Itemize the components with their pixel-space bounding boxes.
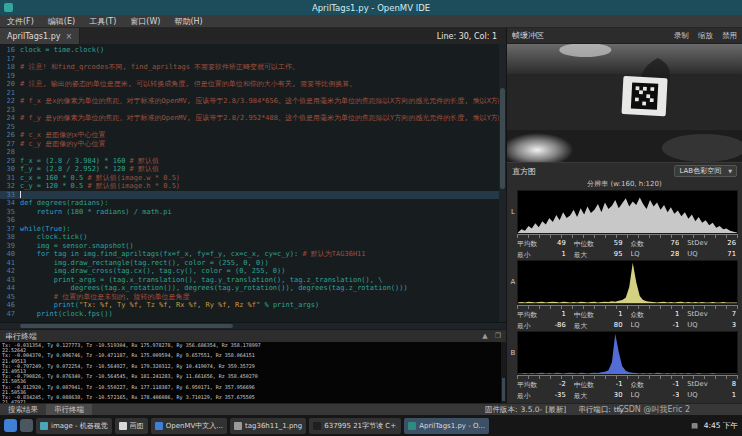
code-line-32[interactable]: 32c_y = 120 * 0.5 # 默认值(image.h * 0.5) xyxy=(0,182,506,191)
code-text: while(True): xyxy=(20,225,506,234)
serial-terminal-output[interactable]: Tx: -0.031354, Ty 0.127773, Tz -10.51930… xyxy=(0,342,506,403)
tab-apriltags1[interactable]: AprilTags1.py × xyxy=(0,28,80,44)
window-titlebar[interactable]: AprilTags1.py - OpenMV IDE xyxy=(0,0,742,15)
tray-menu-icon[interactable]: ▤ xyxy=(691,422,698,430)
histogram-title: 直方图 xyxy=(512,166,536,177)
code-line-38[interactable]: 38 clock.tick() xyxy=(0,233,506,242)
taskbar-item-openmv-ide[interactable]: AprilTags1.py - O... xyxy=(404,418,489,434)
code-line-33[interactable]: 33 xyxy=(0,191,506,200)
side-panel: 帧缓冲区 录制缩放禁用 xyxy=(507,28,742,403)
code-line-41[interactable]: 41 img.draw_rectangle(tag.rect(), color … xyxy=(0,259,506,268)
code-line-21[interactable]: 21 xyxy=(0,89,506,98)
editor-hscroll-thumb[interactable] xyxy=(20,324,233,328)
menu-tools[interactable]: 工具(T) xyxy=(82,15,123,27)
code-line-30[interactable]: 30f_y = (2.8 / 2.952) * 120 # 默认值 xyxy=(0,165,506,174)
terminal-scrollbar[interactable] xyxy=(501,342,506,403)
code-line-34[interactable]: 34def degrees(radians): xyxy=(0,199,506,208)
menu-file[interactable]: 文件(F) xyxy=(0,15,41,27)
code-line-18[interactable]: 18# 注意! 和find_qrcodes不同, find_apriltags … xyxy=(0,63,506,72)
watermark: CSDN @叫我Eric 2 xyxy=(618,404,690,415)
screen: AprilTags1.py - OpenMV IDE 文件(F)编辑(E)工具(… xyxy=(0,0,742,436)
latest-badge: [最新] xyxy=(545,405,566,415)
stat-a-uq: UQ3 xyxy=(687,321,736,331)
line-number: 23 xyxy=(0,106,20,115)
code-line-42[interactable]: 42 img.draw_cross(tag.cx(), tag.cy(), co… xyxy=(0,267,506,276)
code-line-37[interactable]: 37while(True): xyxy=(0,225,506,234)
code-line-19[interactable]: 19 xyxy=(0,72,506,81)
code-line-27[interactable]: 27# c_y 是图像的y中心位置 xyxy=(0,140,506,149)
paint-icon xyxy=(119,422,127,430)
code-text xyxy=(20,123,506,132)
code-text: # 位置的单位是未知的, 旋转的单位是角度 xyxy=(20,293,506,302)
menu-window[interactable]: 窗口(W) xyxy=(123,15,167,27)
code-line-17[interactable]: 17 xyxy=(0,55,506,64)
tab-label: AprilTags1.py xyxy=(7,32,60,41)
code-line-39[interactable]: 39 img = sensor.snapshot() xyxy=(0,242,506,251)
code-line-26[interactable]: 26# c_x 是图像的x中心位置 xyxy=(0,131,506,140)
zoom-button[interactable]: 缩放 xyxy=(698,31,713,41)
code-line-28[interactable]: 28 xyxy=(0,148,506,157)
editor-vscroll-thumb[interactable] xyxy=(500,88,505,188)
main-area: AprilTags1.py × Line: 30, Col: 1 16clock… xyxy=(0,28,742,403)
code-editor[interactable]: 16clock = time.clock()1718# 注意! 和find_qr… xyxy=(0,44,506,322)
code-line-24[interactable]: 24# f_y 是y的像素为单位的焦距。对于标准的OpenMV, 应该等于2.8… xyxy=(0,114,506,123)
stat-a-stdev: StDev7 xyxy=(687,310,736,320)
line-number: 38 xyxy=(0,233,20,242)
menu-help[interactable]: 帮助(H) xyxy=(167,15,209,27)
channel-label-a: A xyxy=(509,260,517,304)
line-number: 18 xyxy=(0,63,20,72)
code-text xyxy=(20,216,506,225)
code-line-40[interactable]: 40 for tag in img.find_apriltags(fx=f_x,… xyxy=(0,250,506,259)
code-line-43[interactable]: 43 print_args = (tag.x_translation(), ta… xyxy=(0,276,506,285)
code-line-47[interactable]: 47 print(clock.fps()) xyxy=(0,310,506,319)
statusbar: 搜索结果串行终端 固件版本: 3.5.0- [最新] 串行端口: tty CSD… xyxy=(0,403,742,415)
colorspace-dropdown[interactable]: LAB色彩空间 ▼ xyxy=(674,165,737,177)
frame-buffer-image[interactable] xyxy=(507,44,742,162)
stat-l-mode: 众数76 xyxy=(631,239,680,249)
code-line-25[interactable]: 25 xyxy=(0,123,506,132)
tab-close-icon[interactable]: × xyxy=(65,32,72,41)
stat-a-min: 最小-86 xyxy=(517,321,566,331)
taskbar-item-png-image[interactable]: tag36h11_1.png xyxy=(230,418,306,434)
code-line-45[interactable]: 45 # 位置的单位是未知的, 旋转的单位是角度 xyxy=(0,293,506,302)
code-line-44[interactable]: 44 degrees(tag.x_rotation()), degrees(ta… xyxy=(0,284,506,293)
line-number: 20 xyxy=(0,80,20,89)
collapse-terminal-icon[interactable]: ▲ xyxy=(482,332,487,340)
editor-vertical-scrollbar[interactable] xyxy=(499,44,506,322)
histogram-channels: L平均数49中位数59众数76StDev26最小1最大95LQ28UQ71A平均… xyxy=(507,190,742,403)
colorspace-value: LAB色彩空间 xyxy=(679,166,721,176)
code-line-20[interactable]: 20# 注意, 输出的姿态的单位是厘米, 可以转换成角度, 但是位置的单位和你的… xyxy=(0,80,506,89)
frame-buffer-buttons: 录制缩放禁用 xyxy=(674,31,737,41)
detach-terminal-icon[interactable]: ❐ xyxy=(495,332,501,340)
firmware-info: 固件版本: 3.5.0- [最新] xyxy=(485,405,566,415)
channel-l: L平均数49中位数59众数76StDev26最小1最大95LQ28UQ71 xyxy=(509,190,738,260)
code-line-35[interactable]: 35 return (180 * radians) / math.pi xyxy=(0,208,506,217)
browser-icon xyxy=(155,422,163,430)
stat-b-lq: LQ-3 xyxy=(631,391,680,401)
file-manager-icon[interactable] xyxy=(20,419,33,432)
taskbar-item-paint[interactable]: 画图 xyxy=(115,418,148,434)
code-line-46[interactable]: 46 print("Tx: %f, Ty %f, Tz %f, Rx %f, R… xyxy=(0,301,506,310)
code-line-22[interactable]: 22# f_x 是x的像素为单位的焦距。对于标准的OpenMV, 应该等于2.8… xyxy=(0,97,506,106)
line-number: 22 xyxy=(0,97,20,106)
code-lines: 16clock = time.clock()1718# 注意! 和find_qr… xyxy=(0,44,506,318)
code-line-29[interactable]: 29f_x = (2.8 / 3.984) * 160 # 默认值 xyxy=(0,157,506,166)
launcher-icon[interactable] xyxy=(4,419,17,432)
status-tab-serial-terminal[interactable]: 串行终端 xyxy=(46,404,92,415)
code-line-16[interactable]: 16clock = time.clock() xyxy=(0,46,506,55)
stats-row-l: 最小1最大95LQ28UQ71 xyxy=(509,249,738,260)
code-line-31[interactable]: 31c_x = 160 * 0.5 # 默认值(image.w * 0.5) xyxy=(0,174,506,183)
code-line-23[interactable]: 23 xyxy=(0,106,506,115)
taskbar-item-browser[interactable]: OpenMV中文入... xyxy=(151,418,227,434)
editor-horizontal-scrollbar[interactable] xyxy=(0,322,506,329)
menu-edit[interactable]: 编辑(E) xyxy=(41,15,82,27)
taskbar-item-terminal-window[interactable]: 637995 21字节读 C+... xyxy=(309,418,401,434)
taskbar-item-image-viewer[interactable]: image - 机器视觉 xyxy=(36,418,112,434)
terminal-scroll-thumb[interactable] xyxy=(502,378,505,401)
code-line-36[interactable]: 36 xyxy=(0,216,506,225)
status-tab-search-results[interactable]: 搜索结果 xyxy=(0,404,46,415)
line-number: 37 xyxy=(0,225,20,234)
code-text: degrees(tag.x_rotation()), degrees(tag.y… xyxy=(20,284,506,293)
disable-button[interactable]: 禁用 xyxy=(722,31,737,41)
record-button[interactable]: 录制 xyxy=(674,31,689,41)
